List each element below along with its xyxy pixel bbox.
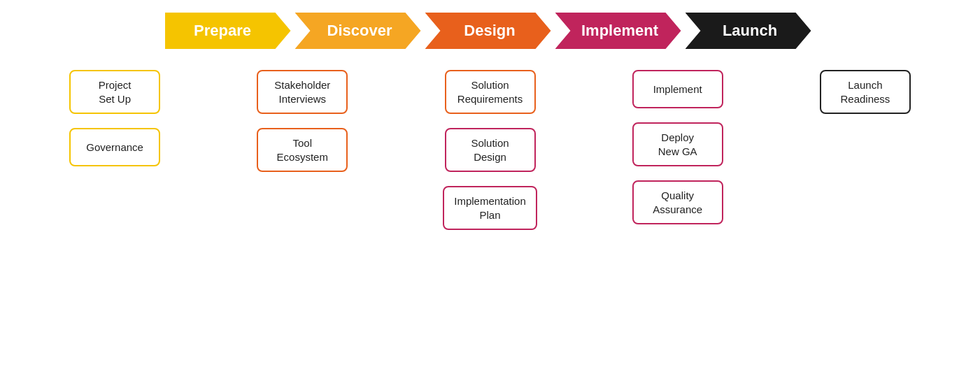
phase-design-label: Design bbox=[439, 22, 536, 40]
launch-readiness-label: LaunchReadiness bbox=[840, 78, 890, 106]
solution-design-label: SolutionDesign bbox=[471, 136, 509, 164]
qa-label: QualityAssurance bbox=[653, 189, 702, 216]
box-solution-requirements: SolutionRequirements bbox=[445, 70, 536, 114]
phase-implement: Implement bbox=[555, 13, 681, 49]
box-governance: Governance bbox=[69, 128, 160, 166]
implement-label: Implement bbox=[653, 82, 702, 96]
phase-prepare: Prepare bbox=[165, 13, 291, 49]
box-implement: Implement bbox=[632, 70, 723, 108]
stakeholder-label: StakeholderInterviews bbox=[274, 78, 330, 106]
project-setup-label: ProjectSet Up bbox=[99, 78, 132, 106]
phases-row: Prepare Discover Design Implement Launch bbox=[165, 13, 816, 49]
content-row: ProjectSet Up Governance StakeholderInte… bbox=[0, 70, 980, 230]
col-design: SolutionRequirements SolutionDesign Impl… bbox=[396, 70, 583, 230]
deploy-label: DeployNew GA bbox=[658, 131, 697, 158]
tool-ecosystem-label: ToolEcosystem bbox=[277, 136, 328, 164]
phase-prepare-label: Prepare bbox=[183, 22, 272, 40]
phase-discover: Discover bbox=[295, 13, 421, 49]
col-prepare: ProjectSet Up Governance bbox=[21, 70, 208, 166]
diagram-container: Prepare Discover Design Implement Launch… bbox=[0, 0, 980, 367]
phase-implement-label: Implement bbox=[557, 22, 679, 40]
col-launch: LaunchReadiness bbox=[772, 70, 959, 114]
box-quality-assurance: QualityAssurance bbox=[632, 180, 723, 224]
phase-design: Design bbox=[425, 13, 551, 49]
content-wrapper: ProjectSet Up Governance StakeholderInte… bbox=[0, 70, 980, 230]
phase-discover-label: Discover bbox=[303, 22, 413, 40]
implementation-plan-label: ImplementationPlan bbox=[454, 194, 526, 222]
box-implementation-plan: ImplementationPlan bbox=[443, 186, 537, 230]
box-launch-readiness: LaunchReadiness bbox=[820, 70, 911, 114]
col-discover: StakeholderInterviews ToolEcosystem bbox=[208, 70, 396, 172]
box-tool-ecosystem: ToolEcosystem bbox=[257, 128, 348, 172]
col-implement: Implement DeployNew GA QualityAssurance bbox=[584, 70, 772, 224]
solution-requirements-label: SolutionRequirements bbox=[457, 78, 523, 106]
box-solution-design: SolutionDesign bbox=[445, 128, 536, 172]
box-stakeholder-interviews: StakeholderInterviews bbox=[257, 70, 348, 114]
governance-label: Governance bbox=[86, 141, 143, 154]
phase-launch: Launch bbox=[686, 13, 811, 49]
box-project-setup: ProjectSet Up bbox=[69, 70, 160, 114]
phase-launch-label: Launch bbox=[698, 22, 798, 40]
box-deploy-new-ga: DeployNew GA bbox=[632, 122, 723, 166]
